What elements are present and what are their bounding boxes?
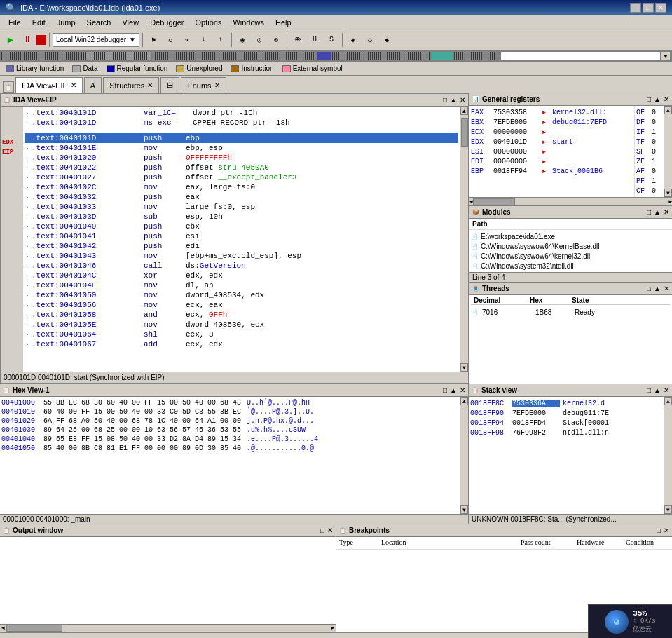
asm-line-push-ff[interactable]: · .text:00401020 push 0FFFFFFFFh <box>25 153 458 163</box>
output-sb-thumb[interactable] <box>6 625 62 632</box>
tb-step-out[interactable]: ↑ <box>213 32 228 48</box>
menu-search[interactable]: Search <box>81 17 117 28</box>
sb-down[interactable]: ▼ <box>460 363 468 372</box>
menu-debugger[interactable]: Debugger <box>144 17 189 28</box>
menu-edit[interactable]: Edit <box>27 17 51 28</box>
tb-misc3[interactable]: ◆ <box>379 32 395 48</box>
run-button[interactable]: ▶ <box>3 32 18 48</box>
modules-maximize[interactable]: ▲ <box>654 208 661 216</box>
hex-sb-up[interactable]: ▲ <box>460 397 468 405</box>
asm-line-mov-dword2[interactable]: · .text:0040105E mov dword_408530, ecx <box>25 320 458 330</box>
modules-close[interactable]: ✕ <box>664 208 669 216</box>
asm-line-add-ecx[interactable]: · .text:00401067 add ecx, edx <box>25 339 458 349</box>
asm-line-mov-ms-exc[interactable]: · .text:00401043 mov [ebp+ms_exc.old_esp… <box>25 251 458 261</box>
asm-line-mov-ebp[interactable]: · .text:0040101E mov ebp, esp <box>25 143 458 153</box>
ida-close-btn[interactable]: ✕ <box>460 96 465 104</box>
stack-sb-up[interactable]: ▲ <box>664 397 672 405</box>
asm-line-push-offset-except[interactable]: · .text:00401027 push offset __except_ha… <box>25 172 458 182</box>
asm-line-push-edi[interactable]: · .text:00401042 push edi <box>25 241 458 251</box>
tab-a[interactable]: A <box>84 77 102 93</box>
reg-sb-up[interactable]: ▲ <box>664 106 672 114</box>
tb-misc2[interactable]: ◇ <box>362 32 378 48</box>
minimize-button[interactable]: ─ <box>630 3 641 13</box>
output-scrollbar-h[interactable]: ◄ ► <box>0 624 336 632</box>
reg-restore[interactable]: □ <box>647 95 651 103</box>
tb-hex[interactable]: H <box>307 32 322 48</box>
tab-grid[interactable]: ⊞ <box>160 77 179 93</box>
menu-view[interactable]: View <box>116 17 144 28</box>
tb-btn-1[interactable]: ⚑ <box>146 32 161 48</box>
reg-sb-h-thumb[interactable] <box>473 198 515 205</box>
module-kernelbase[interactable]: 📄 C:\Windows\syswow64\KernelBase.dll <box>471 241 671 251</box>
asm-line-call[interactable]: · .text:00401046 call ds:GetVersion <box>25 261 458 271</box>
close-button[interactable]: ✕ <box>655 3 666 13</box>
asm-line-and-ecx[interactable]: · .text:00401058 and ecx, 0FFh <box>25 310 458 320</box>
asm-line-mov-ecx[interactable]: · .text:00401056 mov ecx, eax <box>25 300 458 310</box>
thumb-search[interactable] <box>500 51 661 61</box>
tab-enums[interactable]: Enums ✕ <box>181 77 226 93</box>
output-sb-right[interactable]: ► <box>329 625 336 632</box>
maximize-button[interactable]: □ <box>643 3 654 13</box>
tb-bp3[interactable]: ⊙ <box>268 32 284 48</box>
tab-ida-view[interactable]: IDA View-EIP ✕ <box>15 77 83 93</box>
pause-button[interactable]: ⏸ <box>20 32 35 48</box>
hex-maximize[interactable]: ▲ <box>450 386 457 394</box>
module-kernel32[interactable]: 📄 C:\Windows\syswow64\kernel32.dll <box>471 251 671 261</box>
sb-thumb[interactable] <box>461 118 468 147</box>
stack-restore[interactable]: □ <box>647 386 651 394</box>
menu-windows[interactable]: Windows <box>227 17 270 28</box>
tab-ida-close[interactable]: ✕ <box>71 81 76 89</box>
ida-maximize-btn[interactable]: ▲ <box>450 96 457 104</box>
menu-jump[interactable]: Jump <box>51 17 81 28</box>
modules-restore[interactable]: □ <box>647 208 651 216</box>
tb-btn-2[interactable]: ↻ <box>163 32 178 48</box>
asm-line-mov-fs-esp[interactable]: · .text:00401033 mov large fs:0, esp <box>25 202 458 212</box>
tb-step-into[interactable]: ↓ <box>196 32 212 48</box>
reg-sb-down[interactable]: ▼ <box>664 189 672 197</box>
output-restore[interactable]: □ <box>320 527 324 534</box>
hex-restore[interactable]: □ <box>443 386 447 394</box>
asm-line-push-eax[interactable]: · .text:00401032 push eax <box>25 192 458 202</box>
stack-close[interactable]: ✕ <box>664 386 669 394</box>
threads-restore[interactable]: □ <box>647 285 651 292</box>
tb-step-over[interactable]: ↷ <box>179 32 195 48</box>
threads-maximize[interactable]: ▲ <box>654 285 661 292</box>
menu-help[interactable]: Help <box>270 17 297 28</box>
asm-line-mov-fs[interactable]: · .text:0040102C mov eax, large fs:0 <box>25 182 458 192</box>
module-ida01[interactable]: 📄 E:\workspace\ida01.exe <box>471 231 671 241</box>
tb-bp[interactable]: ◉ <box>235 32 250 48</box>
stop-button[interactable] <box>36 35 46 45</box>
tab-enums-close[interactable]: ✕ <box>214 81 220 89</box>
output-close[interactable]: ✕ <box>327 527 333 534</box>
asm-line-push-ebp[interactable]: · .text:0040101D push ebp <box>25 133 458 143</box>
tb-watch[interactable]: 👁 <box>290 32 306 48</box>
bp-close[interactable]: ✕ <box>664 527 669 534</box>
tb-bp2[interactable]: ◎ <box>252 32 267 48</box>
reg-sb-right[interactable]: ► <box>668 198 672 205</box>
asm-line-xor[interactable]: · .text:0040104C xor edx, edx <box>25 271 458 280</box>
stack-maximize[interactable]: ▲ <box>654 386 661 394</box>
asm-line-mov-dl[interactable]: · .text:0040104E mov dl, ah <box>25 280 458 290</box>
tb-stack[interactable]: S <box>324 32 339 48</box>
sb-up[interactable]: ▲ <box>460 107 468 115</box>
reg-scrollbar-v[interactable]: ▲ ▼ <box>664 106 672 197</box>
asm-line-push-offset-stru[interactable]: · .text:00401022 push offset stru_4050A0 <box>25 163 458 172</box>
output-sb-left[interactable]: ◄ <box>0 625 6 632</box>
asm-line-push-ebx[interactable]: · .text:00401040 push ebx <box>25 222 458 231</box>
tb-misc1[interactable]: ◈ <box>345 32 361 48</box>
asm-line-push-esi[interactable]: · .text:00401041 push esi <box>25 231 458 241</box>
threads-close[interactable]: ✕ <box>664 285 669 292</box>
asm-line-mov-dword1[interactable]: · .text:00401050 mov dword_408534, edx <box>25 290 458 300</box>
thumb-dropdown-btn[interactable]: ▼ <box>661 51 671 61</box>
thread-row-1[interactable]: 📄 7016 1B68 Ready <box>471 306 671 318</box>
ida-restore-btn[interactable]: □ <box>443 96 447 104</box>
hex-scrollbar-v[interactable]: ▲ ▼ <box>460 397 468 514</box>
menu-options[interactable]: Options <box>189 17 227 28</box>
stack-scrollbar-v[interactable]: ▲ ▼ <box>664 397 672 514</box>
debugger-dropdown[interactable]: Local Win32 debugger ▼ <box>53 33 139 47</box>
tab-structures[interactable]: Structures ✕ <box>103 77 159 93</box>
asm-line-sub-esp[interactable]: · .text:0040103D sub esp, 10h <box>25 212 458 222</box>
module-ntdll[interactable]: 📄 C:\Windows\system32\ntdll.dll <box>471 261 671 271</box>
hex-close[interactable]: ✕ <box>460 386 465 394</box>
hex-sb-down[interactable]: ▼ <box>460 505 468 514</box>
